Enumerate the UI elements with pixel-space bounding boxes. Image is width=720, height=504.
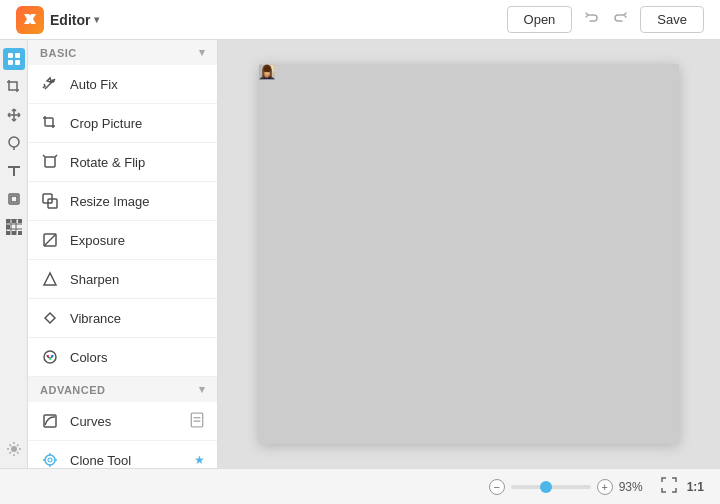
svg-point-31 (272, 69, 274, 71)
toolbar-icon-logo[interactable] (3, 48, 25, 70)
svg-point-13 (11, 446, 17, 452)
sidebar-item-sharpen[interactable]: Sharpen (28, 260, 217, 299)
ratio-label: 1:1 (687, 480, 704, 494)
image-container (259, 64, 679, 444)
colors-icon (40, 347, 60, 367)
svg-rect-24 (191, 413, 202, 427)
exposure-label: Exposure (70, 233, 205, 248)
curves-label: Curves (70, 414, 179, 429)
zoom-in-button[interactable]: + (597, 479, 613, 495)
toolbar-icon-pattern[interactable] (3, 216, 25, 238)
sidebar-item-vibrance[interactable]: Vibrance (28, 299, 217, 338)
editor-title-text: Editor (50, 12, 90, 28)
bottom-bar: − + 93% 1:1 (0, 468, 720, 504)
basic-section-chevron: ▾ (199, 46, 206, 59)
basic-section-header: Basic ▾ (28, 40, 217, 65)
clone-tool-star: ★ (194, 453, 205, 467)
curves-icon (40, 411, 60, 431)
redo-button[interactable] (608, 8, 632, 31)
vibrance-label: Vibrance (70, 311, 205, 326)
svg-point-47 (266, 71, 268, 73)
svg-point-28 (48, 458, 52, 462)
sharpen-icon (40, 269, 60, 289)
advanced-section-header: Advanced ▾ (28, 377, 217, 402)
sidebar-item-rotate-flip[interactable]: Rotate & Flip (28, 143, 217, 182)
auto-fix-label: Auto Fix (70, 77, 205, 92)
header: Editor ▾ Open Save (0, 0, 720, 40)
resize-image-label: Resize Image (70, 194, 205, 209)
undo-redo-group (580, 8, 632, 31)
toolbar-icon-crop[interactable] (3, 76, 25, 98)
undo-button[interactable] (580, 8, 604, 31)
clone-tool-label: Clone Tool (70, 453, 184, 468)
svg-point-27 (45, 455, 55, 465)
svg-point-30 (271, 65, 274, 68)
crop-picture-icon (40, 113, 60, 133)
svg-rect-15 (45, 157, 55, 167)
open-button[interactable]: Open (507, 6, 573, 33)
svg-point-20 (47, 355, 49, 357)
svg-point-19 (44, 351, 56, 363)
zoom-out-button[interactable]: − (489, 479, 505, 495)
toolbar-icon-light[interactable] (3, 438, 25, 460)
editor-title[interactable]: Editor ▾ (50, 12, 99, 28)
clone-tool-icon (40, 450, 60, 468)
sidebar-item-colors[interactable]: Colors (28, 338, 217, 377)
toolbar-icon-stamp[interactable] (3, 188, 25, 210)
zoom-slider[interactable] (511, 485, 591, 489)
sidebar-item-exposure[interactable]: Exposure (28, 221, 217, 260)
sidebar-item-auto-fix[interactable]: Auto Fix (28, 65, 217, 104)
svg-rect-6 (11, 196, 17, 202)
sidebar-item-curves[interactable]: Curves (28, 402, 217, 441)
save-button[interactable]: Save (640, 6, 704, 33)
curves-badge (189, 412, 205, 430)
svg-point-21 (51, 355, 53, 357)
exposure-icon (40, 230, 60, 250)
sidebar-item-resize-image[interactable]: Resize Image (28, 182, 217, 221)
rotate-flip-label: Rotate & Flip (70, 155, 205, 170)
toolbar-icon-lasso[interactable] (3, 132, 25, 154)
toolbar-icon-text[interactable] (3, 160, 25, 182)
rotate-flip-icon (40, 152, 60, 172)
sidebar: Basic ▾ Auto Fix Crop Picture Rotate & F… (28, 40, 218, 468)
fit-to-screen-button[interactable] (657, 475, 681, 498)
app-logo (16, 6, 44, 34)
sidebar-item-clone-tool[interactable]: Clone Tool ★ (28, 441, 217, 468)
advanced-section-chevron: ▾ (199, 383, 206, 396)
header-center: Open Save (507, 6, 704, 33)
svg-point-22 (49, 358, 51, 360)
advanced-section-label: Advanced (40, 384, 106, 396)
sharpen-label: Sharpen (70, 272, 205, 287)
auto-fix-icon (40, 74, 60, 94)
svg-point-4 (9, 137, 19, 147)
crop-picture-label: Crop Picture (70, 116, 205, 131)
header-left: Editor ▾ (16, 6, 99, 34)
main-area: Basic ▾ Auto Fix Crop Picture Rotate & F… (0, 40, 720, 468)
colors-label: Colors (70, 350, 205, 365)
svg-point-14 (52, 80, 54, 82)
svg-rect-0 (8, 53, 13, 58)
zoom-controls: − + 93% 1:1 (489, 475, 704, 498)
canvas-image (259, 64, 275, 80)
icon-toolbar (0, 40, 28, 468)
vibrance-icon (40, 308, 60, 328)
zoom-percent-label: 93% (619, 480, 651, 494)
basic-section-label: Basic (40, 47, 77, 59)
sidebar-item-crop-picture[interactable]: Crop Picture (28, 104, 217, 143)
svg-rect-3 (15, 60, 20, 65)
canvas-area (218, 40, 720, 468)
resize-image-icon (40, 191, 60, 211)
chevron-down-icon: ▾ (94, 14, 99, 25)
svg-rect-2 (8, 60, 13, 65)
toolbar-icon-move[interactable] (3, 104, 25, 126)
svg-rect-1 (15, 53, 20, 58)
